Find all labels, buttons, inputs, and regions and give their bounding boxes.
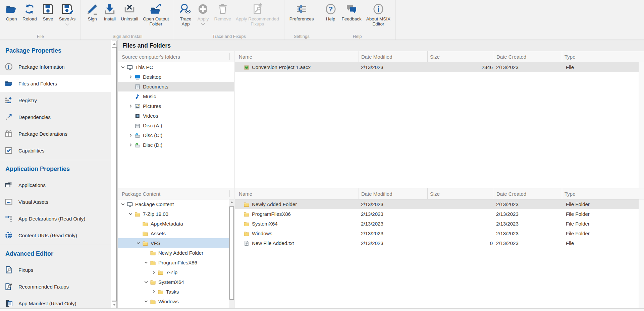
tree-item-windows[interactable]: Windows: [118, 297, 229, 306]
file-row-systemx64[interactable]: SystemX642/13/20232/13/2023File Folder: [235, 219, 644, 229]
sidebar-item-registry[interactable]: Registry: [0, 92, 111, 109]
scroll-up-arrow-icon[interactable]: [112, 41, 117, 47]
tree-item-vfs[interactable]: VFS: [118, 238, 229, 248]
aacx-icon: [244, 64, 250, 70]
chevron-down-icon[interactable]: [65, 21, 69, 25]
toolbar-group-help: HelpFeedbackAbout MSIXEditorHelp: [319, 0, 396, 40]
sidebar-item-content-uris-read-only[interactable]: Content URIs (Read Only): [0, 227, 111, 244]
tree-item-systemx64[interactable]: SystemX64: [118, 277, 229, 287]
sidebar-scrollbar[interactable]: [111, 40, 117, 309]
about-msix-editor-button[interactable]: About MSIXEditor: [364, 1, 393, 26]
open-button[interactable]: Open: [3, 1, 20, 21]
file-row-programfilesx86[interactable]: ProgramFilesX862/13/20232/13/2023File Fo…: [235, 209, 644, 219]
chevron-down-icon[interactable]: [128, 211, 133, 217]
tree-item-programfilesx86[interactable]: ProgramFilesX86: [118, 258, 229, 267]
tree-item-7-zip[interactable]: 7-Zip: [118, 267, 229, 277]
tree-item-newly-added-folder[interactable]: Newly Added Folder: [118, 248, 229, 258]
open-folder-icon: [5, 3, 18, 15]
chevron-down-icon[interactable]: [143, 299, 149, 304]
chevron-down-icon[interactable]: [136, 240, 141, 246]
sidebar-item-applications[interactable]: Applications: [0, 177, 111, 193]
file-row-new-file-added-txt[interactable]: New File Added.txt2/13/202302/13/2023Fil…: [235, 238, 644, 248]
chevron-down-icon[interactable]: [143, 260, 149, 265]
sidebar-item-recommended-fixups[interactable]: Recommended Fixups: [0, 278, 111, 295]
trace-app-button[interactable]: TraceApp: [177, 1, 194, 26]
scroll-up-arrow-icon[interactable]: [230, 201, 233, 203]
sidebar-item-package-information[interactable]: Package Information: [0, 58, 111, 75]
tree-item-disc-d[interactable]: Disc (D:): [118, 140, 234, 150]
content-uris-icon: [5, 231, 13, 239]
column-header-name[interactable]: Name: [235, 188, 359, 199]
chevron-right-icon[interactable]: [128, 74, 133, 80]
sidebar-item-app-declarations-read-only[interactable]: App Declarations (Read Only): [0, 210, 111, 227]
chevron-down-icon[interactable]: [143, 279, 149, 285]
sidebar-item-visual-assets[interactable]: Visual Assets: [0, 193, 111, 210]
sidebar-scrollbar-thumb[interactable]: [112, 47, 117, 301]
scroll-down-arrow-icon[interactable]: [112, 301, 117, 308]
tree-item-this-pc[interactable]: This PC: [118, 62, 234, 72]
tree-item-package-content[interactable]: Package Content: [118, 199, 229, 209]
package-tree-scrollbar[interactable]: [229, 199, 234, 309]
column-header-type[interactable]: Type: [562, 188, 644, 199]
toolbar-group-label: File: [0, 34, 80, 39]
folder-icon: [135, 211, 141, 217]
help-button[interactable]: Help: [322, 1, 339, 21]
chevron-right-icon[interactable]: [128, 142, 133, 148]
tree-item-label: Package Content: [135, 201, 174, 207]
package-scrollbar-thumb[interactable]: [229, 206, 234, 300]
uninstall-button[interactable]: Uninstall: [118, 1, 141, 21]
tree-item-disc-c[interactable]: Disc (C:): [118, 130, 234, 140]
folder-icon: [142, 240, 148, 246]
tree-item-documents[interactable]: Documents: [118, 82, 234, 91]
tree-item-assets[interactable]: Assets: [118, 229, 229, 238]
section-divider: [0, 245, 111, 245]
preferences-button[interactable]: Preferences: [287, 1, 316, 21]
file-row-conversion-project-1-aacx[interactable]: Conversion Project 1.aacx2/13/202323462/…: [235, 62, 644, 72]
sidebar-item-capabilities[interactable]: Capabilities: [0, 142, 111, 159]
tree-item-label: Desktop: [143, 74, 161, 80]
save-button[interactable]: Save: [39, 1, 57, 21]
reload-button[interactable]: Reload: [20, 1, 39, 21]
column-header-date-modified[interactable]: Date Modified: [359, 51, 427, 62]
chevron-down-icon[interactable]: [201, 21, 205, 25]
column-header-date-modified[interactable]: Date Modified: [359, 188, 427, 199]
tree-item-label: Assets: [151, 231, 166, 236]
sidebar-item-app-manifest-read-only[interactable]: App Manifest (Read Only): [0, 295, 111, 309]
column-header-date-created[interactable]: Date Created: [494, 51, 562, 62]
sidebar-item-dependencies[interactable]: Dependencies: [0, 109, 111, 125]
column-header-date-created[interactable]: Date Created: [494, 188, 562, 199]
column-header-size[interactable]: Size: [427, 188, 494, 199]
chevron-right-icon[interactable]: [128, 132, 133, 138]
sign-button[interactable]: Sign: [84, 1, 101, 21]
tree-item-pictures[interactable]: Pictures: [118, 101, 234, 111]
sidebar-item-package-declarations[interactable]: Package Declarations: [0, 125, 111, 142]
chevron-right-icon[interactable]: [151, 289, 157, 295]
feedback-button[interactable]: Feedback: [339, 1, 364, 21]
column-header-type[interactable]: Type: [562, 51, 644, 62]
tree-item-7-zip-19-00[interactable]: 7-Zip 19.00: [118, 209, 229, 219]
tree-item-videos[interactable]: Videos: [118, 111, 234, 121]
install-button[interactable]: Install: [101, 1, 118, 21]
sidebar-item-fixups[interactable]: Fixups: [0, 261, 111, 278]
sidebar-item-files-and-folders[interactable]: Files and Folders: [0, 75, 111, 92]
column-header-size[interactable]: Size: [427, 51, 494, 62]
tree-item-desktop[interactable]: Desktop: [118, 72, 234, 82]
apply-recommended-fixups-button: Apply RecommendedFixups: [233, 1, 281, 26]
save-as-button[interactable]: Save As: [57, 1, 78, 25]
column-header-name[interactable]: Name: [235, 51, 359, 62]
tree-item-appxmetadata[interactable]: AppxMetadata: [118, 219, 229, 229]
tree-item-disc-a[interactable]: Disc (A:): [118, 121, 234, 130]
open-output-folder-button[interactable]: Open OutputFolder: [141, 1, 171, 26]
file-row-newly-added-folder[interactable]: Newly Added Folder2/13/20232/13/2023File…: [235, 199, 644, 209]
chevron-right-icon[interactable]: [151, 269, 157, 275]
package-list-scroll-track[interactable]: [639, 199, 644, 309]
source-list-scroll-track[interactable]: [639, 62, 644, 188]
chevron-down-icon[interactable]: [120, 201, 126, 207]
file-row-windows[interactable]: Windows2/13/20232/13/2023File Folder: [235, 229, 644, 238]
tree-item-music[interactable]: Music: [118, 91, 234, 101]
chevron-right-icon[interactable]: [128, 103, 133, 109]
toolbar-group-settings: PreferencesSettings: [284, 0, 319, 40]
chevron-down-icon[interactable]: [120, 64, 126, 70]
toolbar-group-label: Trace and Fixups: [174, 34, 284, 39]
tree-item-tasks[interactable]: Tasks: [118, 287, 229, 297]
